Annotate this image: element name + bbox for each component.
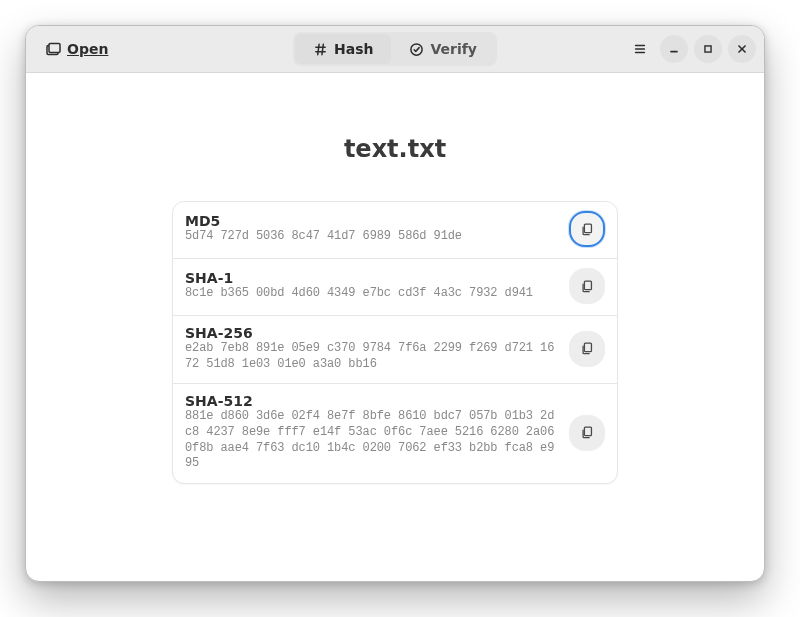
tab-hash[interactable]: Hash <box>295 34 391 64</box>
svg-rect-1 <box>49 44 60 53</box>
tab-hash-label: Hash <box>334 41 373 57</box>
header-bar: Open Hash <box>26 26 764 73</box>
tab-verify[interactable]: Verify <box>391 34 494 64</box>
hash-digest-value: 8c1e b365 00bd 4d60 4349 e7bc cd3f 4a3c … <box>185 286 559 302</box>
open-file-button[interactable]: Open <box>34 32 119 66</box>
copy-hash-button[interactable] <box>569 211 605 247</box>
open-folder-icon <box>45 41 61 57</box>
filename-title: text.txt <box>344 135 446 163</box>
copy-hash-button[interactable] <box>569 268 605 304</box>
tab-verify-label: Verify <box>430 41 476 57</box>
svg-rect-14 <box>584 224 591 232</box>
copy-icon <box>580 222 595 237</box>
hash-row: SHA-18c1e b365 00bd 4d60 4349 e7bc cd3f … <box>173 258 617 315</box>
copy-icon <box>580 341 595 356</box>
hash-digest-value: e2ab 7eb8 891e 05e9 c370 9784 7f6a 2299 … <box>185 341 559 372</box>
close-icon <box>735 42 749 56</box>
hash-row: MD55d74 727d 5036 8c47 41d7 6989 586d 91… <box>173 202 617 258</box>
hash-algorithm-label: SHA-256 <box>185 325 559 341</box>
minimize-icon <box>667 42 681 56</box>
maximize-icon <box>701 42 715 56</box>
copy-icon <box>580 425 595 440</box>
hash-list: MD55d74 727d 5036 8c47 41d7 6989 586d 91… <box>172 201 618 484</box>
copy-hash-button[interactable] <box>569 331 605 367</box>
svg-rect-11 <box>705 46 711 52</box>
hash-algorithm-label: SHA-512 <box>185 393 559 409</box>
header-left: Open <box>34 32 119 66</box>
hash-algorithm-label: SHA-1 <box>185 270 559 286</box>
main-menu-button[interactable] <box>626 35 654 63</box>
content-area: text.txt MD55d74 727d 5036 8c47 41d7 698… <box>26 73 764 581</box>
svg-rect-16 <box>584 343 591 351</box>
hash-algorithm-label: MD5 <box>185 213 559 229</box>
svg-line-4 <box>318 44 319 54</box>
hash-row: SHA-256e2ab 7eb8 891e 05e9 c370 9784 7f6… <box>173 315 617 383</box>
close-button[interactable] <box>728 35 756 63</box>
svg-line-5 <box>322 44 323 54</box>
hash-icon <box>313 42 328 57</box>
header-right <box>626 35 756 63</box>
copy-icon <box>580 279 595 294</box>
hash-digest-value: 5d74 727d 5036 8c47 41d7 6989 586d 91de <box>185 229 559 245</box>
svg-rect-17 <box>584 427 591 435</box>
minimize-button[interactable] <box>660 35 688 63</box>
verify-icon <box>409 42 424 57</box>
open-label: Open <box>67 41 108 57</box>
copy-hash-button[interactable] <box>569 415 605 451</box>
app-window: Open Hash <box>25 25 765 582</box>
svg-rect-15 <box>584 281 591 289</box>
hash-row: SHA-512881e d860 3d6e 02f4 8e7f 8bfe 861… <box>173 383 617 482</box>
hamburger-icon <box>633 42 647 56</box>
maximize-button[interactable] <box>694 35 722 63</box>
hash-digest-value: 881e d860 3d6e 02f4 8e7f 8bfe 8610 bdc7 … <box>185 409 559 471</box>
